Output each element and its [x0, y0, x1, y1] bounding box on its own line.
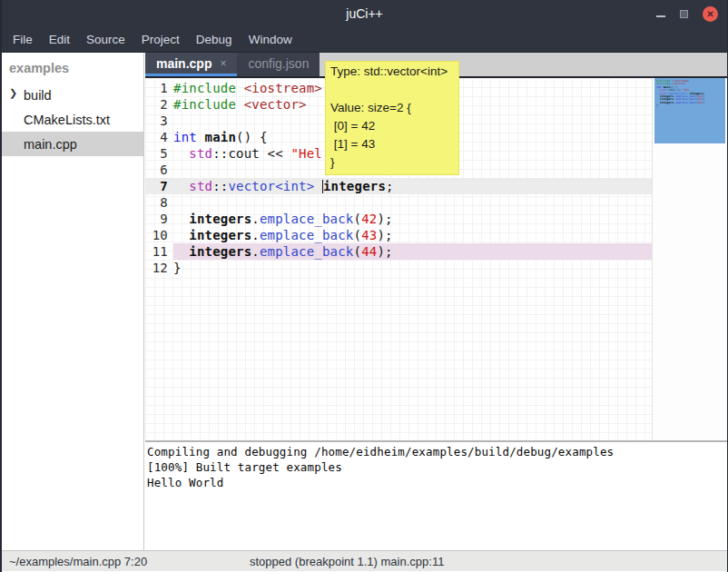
sidebar-item-cmakelists-txt[interactable]: CMakeLists.txt [2, 107, 143, 132]
line-number[interactable]: 4 [145, 129, 173, 145]
window-controls: ✕ [656, 0, 718, 27]
tab-label: config.json [248, 56, 309, 71]
line-number[interactable]: 8 [145, 194, 173, 211]
code-line[interactable]: 8 [145, 194, 652, 211]
tooltip-line: } [330, 153, 454, 172]
tooltip-line [330, 81, 454, 99]
build-output-panel[interactable]: Compiling and debugging /home/eidheim/ex… [145, 440, 727, 550]
code-token: integers [189, 228, 251, 242]
code-token: << [260, 146, 291, 161]
code-token: std [189, 146, 212, 161]
line-number[interactable]: 5 [145, 145, 173, 162]
code-text: integers.emplace_back(43); [173, 227, 652, 243]
code-token: ( [353, 244, 361, 259]
expander-icon[interactable]: ❯ [9, 87, 17, 99]
code-token: ; [386, 179, 394, 193]
code-token: std [189, 179, 212, 193]
code-token: vector<int> [228, 179, 314, 193]
debug-value-tooltip: Type: std::vector<int>Value: size=2 { [0… [325, 61, 459, 175]
line-number[interactable]: 10 [145, 227, 173, 243]
code-token [197, 130, 205, 144]
tab-main-cpp[interactable]: main.cpp× [145, 53, 237, 76]
status-file-position: ~/examples/main.cpp 7:20 [2, 555, 147, 568]
minimap-line: } [654, 104, 725, 107]
code-token: emplace_back [260, 244, 354, 259]
menu-item-source[interactable]: Source [78, 27, 133, 52]
tooltip-line: [0] = 42 [330, 117, 454, 135]
code-token: <iostream> [244, 81, 322, 95]
code-token: } [173, 261, 182, 275]
code-token: ( [353, 228, 361, 242]
code-token: ); [377, 212, 392, 226]
code-token: integers [189, 244, 251, 259]
line-number[interactable]: 3 [145, 113, 173, 129]
code-text: } [173, 260, 652, 276]
tab-close-icon[interactable]: × [220, 57, 226, 70]
minimap-token: integers [660, 101, 674, 104]
code-token [173, 228, 189, 242]
menu-item-project[interactable]: Project [133, 27, 188, 52]
code-token: emplace_back [260, 212, 354, 226]
line-number[interactable]: 9 [145, 211, 173, 227]
code-token: 43 [361, 228, 377, 242]
output-line: Compiling and debugging /home/eidheim/ex… [147, 444, 727, 459]
code-token: #include [173, 97, 236, 112]
minimap[interactable]: #include <iostream>#include <vector>int … [652, 78, 727, 440]
code-line[interactable]: 7 std::vector<int> integers; [145, 178, 652, 194]
tree-item-label: main.cpp [2, 137, 77, 152]
project-name: examples [2, 58, 143, 83]
tooltip-line: [1] = 43 [330, 135, 454, 153]
code-token: integers [189, 212, 251, 226]
code-text: integers.emplace_back(44); [173, 243, 652, 260]
sidebar-item-build[interactable]: ❯build [2, 83, 143, 107]
restore-icon[interactable] [680, 10, 688, 18]
line-number[interactable]: 11 [145, 243, 173, 260]
code-token: <vector> [244, 97, 307, 112]
code-token: 42 [361, 212, 377, 226]
juci-window: juCi++ ✕ FileEditSourceProjectDebugWindo… [0, 0, 728, 572]
line-number[interactable]: 6 [145, 162, 173, 178]
window-title: juCi++ [346, 6, 382, 21]
close-icon[interactable]: ✕ [703, 6, 718, 22]
line-number[interactable]: 2 [145, 96, 173, 113]
code-token: . [251, 212, 260, 226]
line-number[interactable]: 1 [145, 80, 173, 96]
status-debug-state: stopped (breakpoint 1.1) main.cpp:11 [250, 555, 444, 568]
tree-item-label: CMakeLists.txt [2, 113, 110, 127]
tab-config-json[interactable]: config.json [237, 53, 320, 76]
file-tree: ❯buildCMakeLists.txtmain.cpp [2, 83, 143, 156]
line-number[interactable]: 7 [145, 178, 173, 194]
code-line[interactable]: 9 integers.emplace_back(42); [145, 211, 652, 227]
minimap-token: } [656, 104, 658, 107]
sidebar-item-main-cpp[interactable]: main.cpp [2, 132, 143, 156]
code-token: int [173, 130, 197, 144]
code-token: ( [353, 212, 361, 226]
code-line[interactable]: 12} [145, 260, 652, 276]
minimap-viewport[interactable]: #include <iostream>#include <vector>int … [654, 78, 725, 143]
code-token: :: [212, 146, 228, 161]
minimize-icon[interactable] [656, 15, 665, 17]
statusbar: ~/examples/main.cpp 7:20 stopped (breakp… [2, 550, 727, 571]
code-token [236, 81, 244, 95]
minimap-token: ); [702, 101, 705, 104]
line-number[interactable]: 12 [145, 260, 173, 276]
menu-item-debug[interactable]: Debug [188, 27, 241, 52]
titlebar[interactable]: juCi++ ✕ [2, 0, 727, 27]
code-token: emplace_back [260, 228, 354, 242]
output-line: Hello World [147, 475, 727, 490]
code-token: main [205, 130, 237, 144]
file-tree-sidebar[interactable]: examples ❯buildCMakeLists.txtmain.cpp [2, 53, 143, 550]
output-line: [100%] Built target examples [147, 459, 727, 475]
code-line[interactable]: 10 integers.emplace_back(43); [145, 227, 652, 243]
menu-item-window[interactable]: Window [241, 27, 300, 52]
code-line[interactable]: 11 integers.emplace_back(44); [145, 243, 652, 260]
code-token [173, 179, 189, 193]
code-token [173, 146, 189, 161]
menu-item-file[interactable]: File [5, 27, 41, 52]
code-token: "Hel [290, 146, 322, 161]
tabs: main.cpp×config.json [145, 53, 320, 76]
menu-item-edit[interactable]: Edit [41, 27, 78, 52]
code-text: integers.emplace_back(42); [173, 211, 652, 227]
code-token: () { [236, 130, 268, 144]
menubar: FileEditSourceProjectDebugWindow [2, 27, 727, 53]
